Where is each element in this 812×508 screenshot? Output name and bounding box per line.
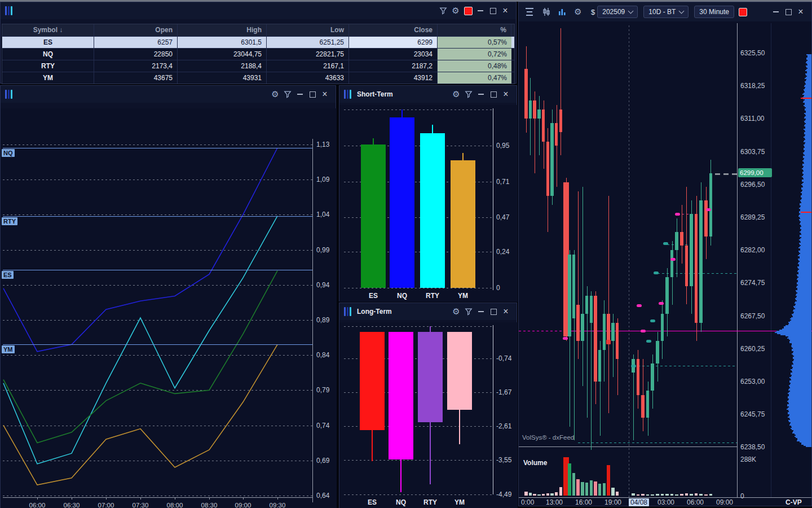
series-tag-RTY[interactable]: RTY bbox=[2, 217, 17, 225]
cell-pct: 0,72% bbox=[438, 49, 511, 60]
series-tag-NQ[interactable]: NQ bbox=[2, 149, 15, 157]
volume-bar bbox=[533, 494, 536, 496]
volume-max-label: 288K bbox=[740, 456, 756, 463]
maximize-button[interactable] bbox=[782, 6, 795, 18]
bar-label-ES: ES bbox=[369, 292, 378, 300]
candle-body bbox=[590, 296, 593, 323]
close-button[interactable]: × bbox=[500, 88, 512, 100]
table-row[interactable]: RTY2173,42188,42167,12187,20,48% bbox=[2, 60, 514, 72]
filter-icon[interactable] bbox=[281, 88, 294, 100]
candle-body bbox=[542, 110, 545, 141]
price-axis-label[interactable]: 6253,00 bbox=[740, 378, 765, 386]
close-button[interactable]: × bbox=[795, 6, 807, 18]
price-axis-label[interactable]: 6325,50 bbox=[740, 49, 765, 57]
cell-high: 6301,5 bbox=[178, 37, 267, 48]
maximize-button[interactable] bbox=[487, 88, 500, 100]
record-indicator-button[interactable] bbox=[736, 6, 749, 18]
minimize-button[interactable] bbox=[474, 5, 487, 17]
candle-body bbox=[661, 314, 664, 341]
minimize-button[interactable] bbox=[770, 6, 782, 18]
price-level-line bbox=[578, 443, 737, 443]
price-axis-label[interactable]: 6245,75 bbox=[740, 410, 765, 418]
column-header-symbol[interactable]: Symbol ↓ bbox=[2, 24, 94, 36]
filter-icon[interactable] bbox=[462, 88, 475, 100]
lines-window-header[interactable]: ⚙ × bbox=[1, 86, 336, 103]
time-axis-label[interactable]: 04/08 bbox=[629, 498, 649, 506]
price-axis-label[interactable]: 6274,75 bbox=[740, 279, 765, 287]
price-axis-label[interactable]: 6282,00 bbox=[740, 246, 765, 254]
settings-gear-icon[interactable]: ⚙ bbox=[450, 88, 462, 100]
time-axis-label[interactable]: 0:00 bbox=[521, 498, 534, 506]
series-tag-YM[interactable]: YM bbox=[2, 345, 15, 353]
volume-bar bbox=[550, 493, 554, 496]
column-header-high[interactable]: High bbox=[178, 24, 267, 36]
interval-dropdown[interactable]: 30 Minute bbox=[694, 6, 734, 18]
price-axis-label[interactable]: 6260,25 bbox=[740, 345, 765, 353]
imbalance-marker-box bbox=[606, 340, 611, 344]
long-term-chart-plot[interactable]: -0,74-1,67-2,61-3,55-4,49ESNQRTYYM bbox=[339, 322, 518, 508]
close-button[interactable]: × bbox=[500, 305, 512, 318]
lines-chart-plot[interactable]: 1,131,091,040,990,940,890,840,790,740,69… bbox=[1, 108, 337, 508]
settings-gear-icon[interactable]: ⚙ bbox=[269, 88, 281, 100]
y-axis-label: -3,55 bbox=[496, 456, 511, 464]
y-axis-label: 0,71 bbox=[496, 178, 509, 186]
settings-gear-icon[interactable]: ⚙ bbox=[572, 6, 584, 18]
candle-window-header[interactable]: ⚙ $ 202509 10D - BT 30 Minute × bbox=[519, 2, 811, 21]
current-value-line-RTY bbox=[3, 216, 312, 217]
filter-icon[interactable] bbox=[437, 5, 449, 17]
column-header-open[interactable]: Open bbox=[94, 24, 178, 36]
menu-icon[interactable] bbox=[523, 6, 536, 18]
maximize-button[interactable] bbox=[306, 88, 319, 100]
price-axis-label[interactable]: 6318,25 bbox=[740, 82, 765, 90]
column-header-pct[interactable]: % bbox=[438, 24, 511, 36]
imbalance-marker-magenta bbox=[637, 304, 642, 307]
table-row[interactable]: NQ2285023044,7522821,75230340,72% bbox=[2, 49, 514, 60]
quotes-table[interactable]: Symbol ↓OpenHighLowClose%ES62576301,5625… bbox=[2, 24, 515, 84]
short-term-chart-plot[interactable]: 0,950,710,470,240ESNQRTYYM bbox=[339, 105, 518, 302]
price-axis-label[interactable]: 6289,25 bbox=[740, 213, 765, 221]
short-term-window-header[interactable]: Short-Term ⚙ × bbox=[339, 86, 517, 103]
candle-body bbox=[709, 173, 713, 237]
range-dropdown[interactable]: 10D - BT bbox=[643, 6, 689, 18]
maximize-button[interactable] bbox=[487, 305, 500, 318]
price-axis-label[interactable]: 6267,50 bbox=[740, 312, 765, 320]
volume-zero-label: 0 bbox=[740, 492, 744, 500]
time-axis-label[interactable]: 16:00 bbox=[575, 498, 592, 506]
time-axis-label[interactable]: 09:00 bbox=[716, 498, 733, 506]
time-axis-label[interactable]: 19:00 bbox=[604, 498, 621, 506]
quotes-window-header[interactable]: ⚙ × bbox=[1, 2, 516, 19]
close-button[interactable]: × bbox=[499, 5, 511, 17]
close-button[interactable]: × bbox=[319, 88, 331, 100]
y-axis-line[interactable] bbox=[493, 108, 493, 290]
candle-chart-plot[interactable]: 6325,506318,256311,006303,756296,506289,… bbox=[519, 21, 811, 506]
y-axis-line[interactable] bbox=[493, 325, 493, 494]
price-axis-label[interactable]: 6311,00 bbox=[740, 115, 765, 122]
series-tag-ES[interactable]: ES bbox=[2, 271, 14, 279]
price-axis-label[interactable]: 6238,50 bbox=[740, 443, 765, 451]
minimize-button[interactable] bbox=[475, 88, 487, 100]
time-axis-label[interactable]: 06:00 bbox=[687, 498, 704, 506]
table-row[interactable]: ES62576301,56251,2562990,57% bbox=[2, 37, 514, 49]
candlestick-type-icon[interactable] bbox=[540, 6, 553, 18]
maximize-button[interactable] bbox=[487, 5, 499, 17]
settings-gear-icon[interactable]: ⚙ bbox=[449, 5, 462, 17]
price-axis-label[interactable]: 6303,75 bbox=[740, 148, 765, 156]
time-axis-border[interactable] bbox=[519, 497, 811, 498]
record-indicator-button[interactable] bbox=[462, 5, 474, 17]
table-row[interactable]: YM436754393143633439120,47% bbox=[2, 72, 514, 84]
filter-icon[interactable] bbox=[462, 305, 475, 318]
contract-dropdown[interactable]: 202509 bbox=[597, 6, 638, 18]
candle-body bbox=[699, 200, 703, 323]
minimize-button[interactable] bbox=[294, 88, 306, 100]
minimize-button[interactable] bbox=[475, 305, 487, 318]
column-header-low[interactable]: Low bbox=[267, 24, 349, 36]
price-axis-label[interactable]: 6296,50 bbox=[740, 181, 765, 189]
time-axis-label[interactable]: 03:00 bbox=[657, 498, 674, 506]
price-axis-line[interactable] bbox=[737, 23, 738, 498]
x-axis-label: 08:30 bbox=[201, 502, 218, 508]
settings-gear-icon[interactable]: ⚙ bbox=[450, 305, 462, 318]
column-header-close[interactable]: Close bbox=[349, 24, 438, 36]
bar-chart-type-icon[interactable] bbox=[556, 6, 568, 18]
long-term-window-header[interactable]: Long-Term ⚙ × bbox=[339, 303, 517, 320]
time-axis-label[interactable]: 13:00 bbox=[546, 498, 563, 506]
